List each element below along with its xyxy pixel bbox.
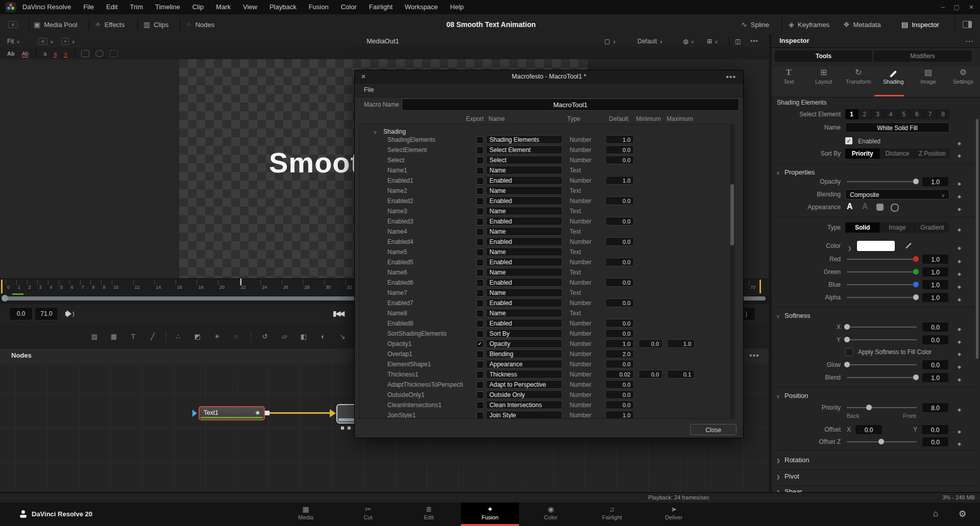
close-icon[interactable]: ✕ xyxy=(969,0,974,14)
parameter-name-field[interactable]: Enabled xyxy=(486,176,562,185)
parameter-name-field[interactable]: Outside Only xyxy=(486,390,562,399)
parameter-name-field[interactable]: Name xyxy=(486,227,562,236)
panel-layout-button[interactable] xyxy=(963,14,972,35)
parameter-name-field[interactable]: Enabled xyxy=(486,258,562,266)
menu-fairlight[interactable]: Fairlight xyxy=(363,0,399,14)
guides-dropdown[interactable]: ⊞ xyxy=(707,35,718,47)
inspector-scrollbar-thumb[interactable] xyxy=(976,119,978,359)
underline-text-icon[interactable]: Ab xyxy=(22,51,29,57)
node-input-triangle[interactable] xyxy=(192,410,197,417)
export-checkbox[interactable] xyxy=(476,340,484,348)
keyframe-icon[interactable] xyxy=(958,336,961,345)
element-name-field[interactable]: White Solid Fill xyxy=(845,122,949,133)
shear-section[interactable]: Shear xyxy=(785,488,802,492)
parameter-name-field[interactable]: Name xyxy=(486,309,562,317)
close-button[interactable]: Close xyxy=(690,424,737,435)
opacity-slider[interactable] xyxy=(847,181,917,182)
maximum-value-field[interactable]: 0.1 xyxy=(667,370,695,379)
tab-image[interactable]: ▧Image xyxy=(911,66,945,97)
blur-icon[interactable]: ○ xyxy=(230,331,243,342)
merge-icon[interactable]: ◧ xyxy=(297,331,310,342)
parameter-name-field[interactable]: Name xyxy=(486,166,562,174)
keyframe-icon[interactable] xyxy=(958,426,961,435)
default-value-field[interactable]: 2.0 xyxy=(605,349,634,358)
color-controls-dropdown[interactable]: ◍ xyxy=(683,35,694,47)
transform-icon[interactable]: ↺ xyxy=(258,331,272,342)
app-logo-icon[interactable] xyxy=(5,2,16,12)
export-checkbox[interactable] xyxy=(476,299,484,307)
export-checkbox[interactable] xyxy=(476,402,484,409)
resize-icon[interactable]: ↘ xyxy=(336,331,349,342)
background-generator-icon[interactable]: ▨ xyxy=(88,331,101,342)
clips-button[interactable]: ▥ Clips xyxy=(143,14,168,35)
keyframe-icon[interactable] xyxy=(958,374,961,383)
slider-handle[interactable] xyxy=(913,269,919,274)
export-checkbox[interactable] xyxy=(476,381,484,389)
default-value-field[interactable]: 0.0 xyxy=(605,237,634,246)
fill-appearance-icon[interactable]: A xyxy=(847,202,853,211)
metadata-button[interactable]: ❖ Metadata xyxy=(843,14,881,35)
priority-value[interactable]: 8.0 xyxy=(922,403,949,413)
opacity-value[interactable]: 1.0 xyxy=(922,177,949,187)
type-solid[interactable]: Solid xyxy=(845,222,880,233)
media-pool-button[interactable]: ▣ Media Pool xyxy=(34,14,77,35)
tab-shading[interactable]: Shading xyxy=(876,66,911,97)
frame-circle-icon[interactable] xyxy=(95,50,104,57)
slider-handle[interactable] xyxy=(913,256,919,262)
frame-path-icon[interactable] xyxy=(110,50,118,57)
type-gradient[interactable]: Gradient xyxy=(915,222,949,233)
dual-view-button[interactable]: ◫ xyxy=(735,35,741,47)
offset-y-value[interactable]: 0.0 xyxy=(921,424,949,435)
parameter-name-field[interactable]: Name xyxy=(486,288,562,297)
export-checkbox[interactable] xyxy=(476,228,484,236)
element-8[interactable]: 8 xyxy=(937,109,949,119)
element-2[interactable]: 2 xyxy=(859,109,872,119)
keyframe-icon[interactable] xyxy=(958,438,961,447)
export-checkbox[interactable] xyxy=(476,289,484,297)
default-value-field[interactable]: 0.0 xyxy=(605,390,634,399)
nodes-options-icon[interactable]: ••• xyxy=(749,351,760,360)
tab-tools[interactable]: Tools xyxy=(775,51,872,62)
parameter-name-field[interactable]: Name xyxy=(486,247,562,256)
keyframe-icon[interactable] xyxy=(958,191,961,200)
color-corrector-icon[interactable]: ☀ xyxy=(210,331,224,342)
eyedropper-icon[interactable] xyxy=(905,242,912,248)
alpha-value[interactable]: 1.0 xyxy=(922,292,949,303)
parameter-name-field[interactable]: Enabled xyxy=(486,217,562,226)
effects-button[interactable]: ✧ Effects xyxy=(95,14,125,35)
node-wire[interactable] xyxy=(270,412,331,414)
element-7[interactable]: 7 xyxy=(924,109,937,119)
export-checkbox[interactable] xyxy=(476,248,484,256)
dialog-scrollbar-track[interactable] xyxy=(730,124,734,419)
default-value-field[interactable]: 0.0 xyxy=(605,400,634,409)
parameter-name-field[interactable]: Clean Intersections xyxy=(486,400,562,409)
parameter-name-field[interactable]: Enabled xyxy=(486,278,562,287)
page-media[interactable]: ▦Media xyxy=(281,503,330,526)
dialog-scrollbar-thumb[interactable] xyxy=(730,184,734,245)
parameter-name-field[interactable]: Join Style xyxy=(486,411,562,419)
parameter-name-field[interactable]: Enabled xyxy=(486,319,562,328)
menu-edit[interactable]: Edit xyxy=(100,0,124,14)
char-outline-icon[interactable]: a xyxy=(54,51,57,57)
softness-y-slider[interactable] xyxy=(847,339,917,340)
export-checkbox[interactable] xyxy=(476,146,484,154)
maximum-value-field[interactable]: 1.0 xyxy=(667,339,695,348)
parameter-name-field[interactable]: Select xyxy=(486,156,562,164)
gear-icon[interactable]: ⚙ xyxy=(959,509,966,519)
blue-slider[interactable] xyxy=(847,284,917,285)
mask-icon[interactable]: ◐ xyxy=(316,331,330,342)
default-value-field[interactable]: 1.0 xyxy=(605,339,634,348)
page-edit[interactable]: ≣Edit xyxy=(404,503,453,526)
color-curves-icon[interactable]: ◩ xyxy=(191,331,204,342)
enabled-checkbox[interactable]: ✓ xyxy=(845,137,852,144)
keyframe-icon[interactable] xyxy=(958,256,961,265)
file-menu[interactable]: File xyxy=(364,86,374,93)
default-value-field[interactable]: 0.0 xyxy=(605,319,634,328)
slider-handle[interactable] xyxy=(844,362,850,367)
minimum-value-field[interactable]: 0.0 xyxy=(639,339,663,348)
roi-dropdown[interactable]: ▢ xyxy=(604,35,616,47)
slider-handle[interactable] xyxy=(913,282,919,287)
alpha-slider[interactable] xyxy=(847,297,917,298)
default-value-field[interactable]: 0.0 xyxy=(605,258,634,266)
fast-noise-icon[interactable]: ▦ xyxy=(107,331,120,342)
